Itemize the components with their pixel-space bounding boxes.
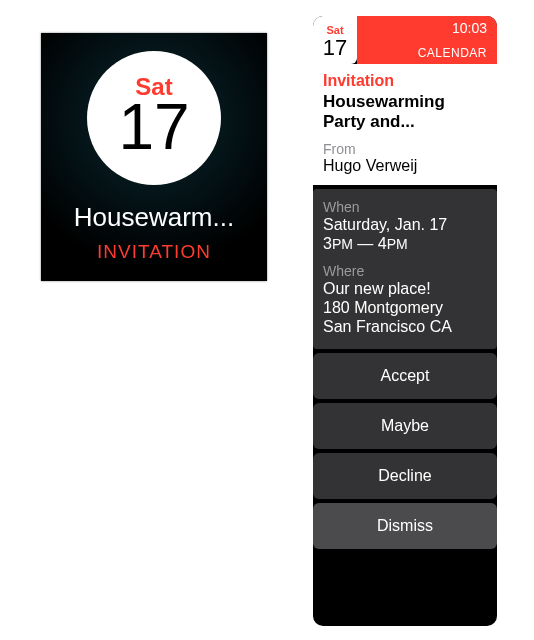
glance-event-title: Housewarm...	[41, 202, 267, 233]
calendar-glance-card: Sat 17 Housewarm... INVITATION	[41, 33, 267, 281]
accept-button[interactable]: Accept	[313, 353, 497, 399]
when-start-hour: 3	[323, 235, 332, 252]
where-line-1: Our new place!	[323, 279, 487, 298]
date-badge-icon: Sat 17	[313, 16, 357, 64]
glance-subtitle: INVITATION	[41, 241, 267, 263]
detail-header: Sat 17 10:03 CALENDAR	[313, 16, 497, 64]
where-line-3: San Francisco CA	[323, 317, 487, 336]
clock-time: 10:03	[452, 20, 487, 36]
detail-header-bar: 10:03 CALENDAR	[357, 16, 497, 64]
when-end-hour: 4	[378, 235, 387, 252]
where-label: Where	[323, 263, 487, 279]
event-summary-block: Invitation Housewarming Party and... Fro…	[313, 64, 497, 185]
when-sep: —	[353, 235, 378, 252]
calendar-date-circle-icon: Sat 17	[87, 51, 221, 185]
maybe-button[interactable]: Maybe	[313, 403, 497, 449]
from-name: Hugo Verweij	[323, 157, 487, 175]
when-where-section: When Saturday, Jan. 17 3PM — 4PM Where O…	[313, 189, 497, 349]
when-start-ampm: PM	[332, 236, 353, 252]
glance-day-number: 17	[118, 95, 189, 159]
dismiss-button[interactable]: Dismiss	[313, 503, 497, 549]
when-label: When	[323, 199, 487, 215]
decline-button[interactable]: Decline	[313, 453, 497, 499]
when-end-ampm: PM	[387, 236, 408, 252]
where-block: Where Our new place! 180 Montgomery San …	[323, 263, 487, 337]
response-buttons: Accept Maybe Decline Dismiss	[313, 349, 497, 549]
event-title: Housewarming Party and...	[323, 92, 487, 131]
when-time: 3PM — 4PM	[323, 234, 487, 253]
where-line-2: 180 Montgomery	[323, 298, 487, 317]
invitation-label: Invitation	[323, 72, 487, 90]
detail-sections: When Saturday, Jan. 17 3PM — 4PM Where O…	[313, 189, 497, 349]
date-badge-day: Sat	[326, 25, 343, 36]
date-badge-number: 17	[323, 37, 347, 59]
calendar-invitation-detail: Sat 17 10:03 CALENDAR Invitation Housewa…	[313, 16, 497, 626]
from-label: From	[323, 141, 487, 157]
glance-inner: Sat 17 Housewarm... INVITATION	[41, 33, 267, 281]
app-title: CALENDAR	[418, 46, 487, 60]
when-date: Saturday, Jan. 17	[323, 215, 487, 234]
